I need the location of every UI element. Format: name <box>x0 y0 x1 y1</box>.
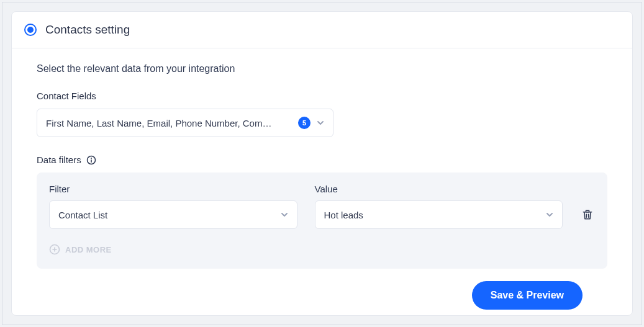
value-select-value: Hot leads <box>324 210 546 220</box>
filter-select[interactable]: Contact List <box>49 200 297 229</box>
svg-point-1 <box>91 158 92 159</box>
chevron-down-icon <box>546 211 553 218</box>
chevron-down-icon <box>317 119 324 127</box>
value-select[interactable]: Hot leads <box>315 200 563 229</box>
filter-row: Filter Contact List Value Hot leads <box>49 184 595 229</box>
info-icon[interactable] <box>86 155 96 165</box>
svg-rect-2 <box>91 159 92 163</box>
card-title: Contacts setting <box>45 23 130 37</box>
filter-column-label: Filter <box>49 184 297 194</box>
add-more-label: ADD MORE <box>65 245 112 254</box>
add-more-button[interactable]: ADD MORE <box>49 244 595 255</box>
contact-fields-summary: First Name, Last Name, Email, Phone Numb… <box>46 118 292 128</box>
data-filters-panel: Filter Contact List Value Hot leads <box>37 172 607 269</box>
contact-fields-count-badge: 5 <box>298 117 311 129</box>
save-preview-button[interactable]: Save & Preview <box>472 281 583 310</box>
section-radio[interactable] <box>24 24 37 36</box>
contact-fields-label: Contact Fields <box>37 91 607 101</box>
contacts-setting-card: Contacts setting Select the relevant dat… <box>11 11 633 316</box>
intro-text: Select the relevant data from your integ… <box>37 63 607 74</box>
card-header: Contacts setting <box>12 12 632 48</box>
chevron-down-icon <box>281 211 288 218</box>
data-filters-label: Data filters <box>37 155 607 165</box>
filter-select-value: Contact List <box>58 210 281 220</box>
contact-fields-select[interactable]: First Name, Last Name, Email, Phone Numb… <box>37 109 333 137</box>
data-filters-label-text: Data filters <box>37 155 81 165</box>
value-column-label: Value <box>315 184 563 194</box>
delete-filter-button[interactable] <box>580 200 595 229</box>
